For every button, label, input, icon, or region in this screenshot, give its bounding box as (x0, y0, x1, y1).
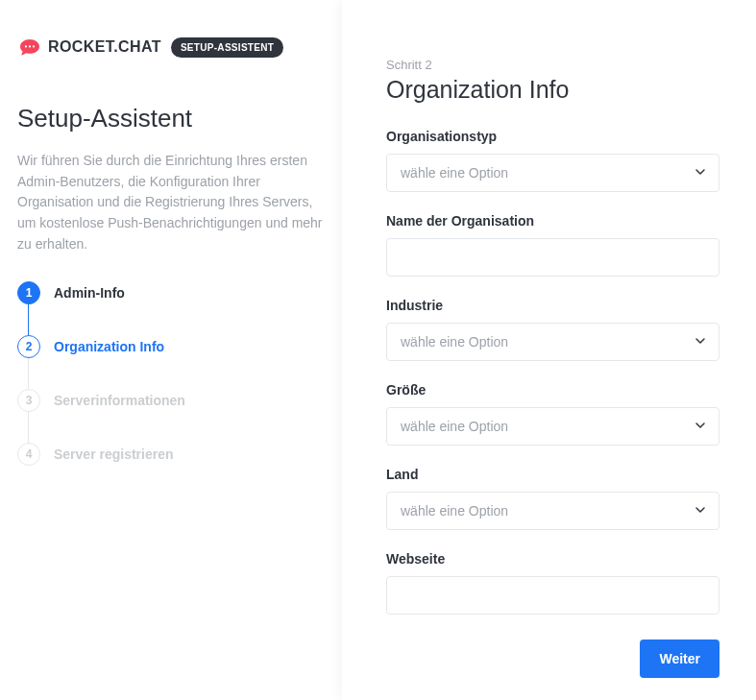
select-country[interactable]: wähle eine Option (386, 492, 719, 530)
select-size[interactable]: wähle eine Option (386, 407, 719, 446)
field-org-name: Name der Organisation (386, 213, 719, 277)
step-connector (28, 304, 29, 335)
label-org-type: Organisationstyp (386, 129, 719, 144)
step-admin-info[interactable]: 1 Admin-Info (17, 281, 325, 335)
wizard-description: Wir führen Sie durch die Einrichtung Ihr… (17, 151, 325, 254)
brand-name: ROCKET.CHAT (48, 38, 161, 56)
form-actions: Weiter (386, 640, 719, 678)
field-country: Land wähle eine Option (386, 467, 719, 530)
svg-point-0 (25, 45, 27, 47)
step-number: 3 (17, 389, 40, 412)
select-industry[interactable]: wähle eine Option (386, 323, 719, 361)
step-label: Server registrieren (54, 447, 174, 462)
step-indicator: Schritt 2 (386, 58, 719, 72)
input-website[interactable] (386, 576, 719, 615)
label-org-name: Name der Organisation (386, 213, 719, 229)
brand-logo: ROCKET.CHAT (17, 36, 161, 58)
field-org-type: Organisationstyp wähle eine Option (386, 129, 719, 192)
label-website: Webseite (386, 551, 719, 567)
setup-badge: SETUP-ASSISTENT (171, 37, 283, 58)
label-size: Größe (386, 382, 719, 398)
field-website: Webseite (386, 551, 719, 615)
label-country: Land (386, 467, 719, 482)
continue-button[interactable]: Weiter (640, 640, 719, 678)
step-number: 2 (17, 335, 40, 358)
step-organization-info[interactable]: 2 Organization Info (17, 335, 325, 389)
brand-row: ROCKET.CHAT SETUP-ASSISTENT (17, 36, 325, 58)
step-number: 1 (17, 281, 40, 304)
select-org-type[interactable]: wähle eine Option (386, 154, 719, 192)
input-org-name[interactable] (386, 238, 719, 277)
label-industry: Industrie (386, 298, 719, 313)
wizard-sidebar: ROCKET.CHAT SETUP-ASSISTENT Setup-Assist… (0, 0, 342, 700)
wizard-title: Setup-Assistent (17, 104, 325, 133)
svg-point-1 (29, 45, 31, 47)
page-title: Organization Info (386, 76, 719, 104)
step-connector (28, 358, 29, 389)
form-panel: Schritt 2 Organization Info Organisation… (342, 0, 756, 700)
step-label: Serverinformationen (54, 393, 185, 408)
step-server-information[interactable]: 3 Serverinformationen (17, 389, 325, 443)
rocketchat-icon (17, 36, 42, 58)
step-label: Organization Info (54, 339, 164, 354)
step-connector (28, 412, 29, 443)
step-number: 4 (17, 443, 40, 466)
step-server-register[interactable]: 4 Server registrieren (17, 443, 325, 466)
wizard-steps: 1 Admin-Info 2 Organization Info 3 Serve… (17, 281, 325, 466)
field-size: Größe wähle eine Option (386, 382, 719, 446)
field-industry: Industrie wähle eine Option (386, 298, 719, 361)
step-label: Admin-Info (54, 285, 125, 301)
svg-point-2 (33, 45, 35, 47)
